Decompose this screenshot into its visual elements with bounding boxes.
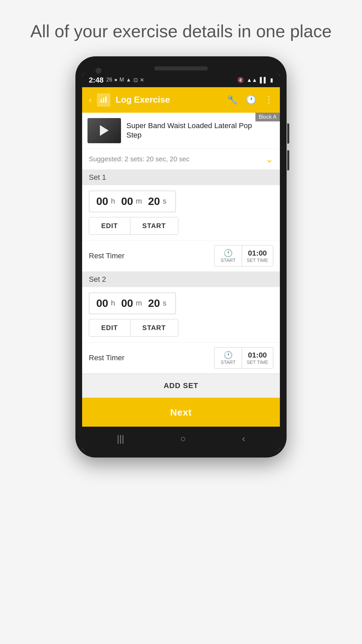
svg-rect-0	[101, 99, 102, 103]
set-1-seconds: 20	[147, 195, 162, 208]
rest-clock-icon-2: 🕐	[224, 351, 233, 360]
status-right-icons: 🔇 ▲▲ ▌▌ ▮	[237, 77, 273, 83]
set-2-seconds-unit: s	[163, 299, 167, 308]
nav-home-icon[interactable]: ○	[180, 433, 186, 444]
set-1-hours: 00	[95, 195, 110, 208]
wifi-icon: ▲▲	[247, 77, 257, 83]
set-1-minutes-unit: m	[136, 197, 142, 206]
play-icon	[100, 125, 109, 136]
set-1-edit-button[interactable]: EDIT	[89, 217, 130, 234]
set-1-header: Set 1	[82, 170, 280, 185]
set-2-hours-unit: h	[111, 299, 115, 308]
phone-side-btn-2	[287, 150, 289, 170]
rest-timer-1-label: Rest Timer	[89, 252, 214, 260]
set-1-hours-unit: h	[111, 197, 115, 206]
status-left: 2:48 26●M▲⊡✕	[89, 76, 144, 85]
mute-icon: 🔇	[237, 77, 244, 83]
set-1-minutes: 00	[120, 195, 134, 208]
set-2-start-button[interactable]: START	[130, 319, 178, 336]
expand-icon[interactable]: ⌄	[265, 154, 273, 165]
suggested-row: Suggested: 2 sets: 20 sec, 20 sec ⌄	[82, 149, 280, 170]
rest-set-label-2: SET TIME	[247, 360, 268, 365]
rest-clock-icon-1: 🕐	[224, 249, 233, 258]
rest-timer-1-start-btn[interactable]: 🕐 START	[215, 246, 242, 266]
rest-time-value-1: 01:00	[248, 249, 267, 258]
set-1-timer: 00 h 00 m 20 s	[89, 191, 176, 212]
toolbar-actions: 🔧 🕐 ⋮	[227, 95, 273, 105]
rest-start-label-2: START	[221, 360, 236, 365]
set-2-timer: 00 h 00 m 20 s	[89, 292, 176, 314]
rest-set-label-1: SET TIME	[247, 258, 268, 263]
set-2-header: Set 2	[82, 272, 280, 287]
rest-timer-1-controls: 🕐 START 01:00 SET TIME	[214, 245, 273, 267]
more-icon[interactable]: ⋮	[264, 95, 273, 105]
status-notification-icons: 26●M▲⊡✕	[106, 77, 144, 83]
status-time: 2:48	[89, 76, 104, 85]
history-icon[interactable]: 🕐	[246, 95, 256, 105]
set-2-content: 00 h 00 m 20 s EDIT START	[82, 287, 280, 342]
battery-icon: ▮	[270, 77, 273, 83]
toolbar-title: Log Exercise	[116, 95, 222, 105]
set-2-edit-button[interactable]: EDIT	[89, 319, 130, 336]
phone-screen: 2:48 26●M▲⊡✕ 🔇 ▲▲ ▌▌ ▮ ‹	[82, 73, 280, 451]
rest-timer-2-controls: 🕐 START 01:00 SET TIME	[214, 347, 273, 369]
app-toolbar: ‹ Log Exercise 🔧 🕐 ⋮	[82, 87, 280, 113]
exercise-card: Super Band Waist Loaded Lateral Pop Step…	[82, 113, 280, 149]
rest-timer-1-set-btn[interactable]: 01:00 SET TIME	[242, 246, 273, 266]
nav-bar: ||| ○ ‹	[82, 427, 280, 451]
rest-timer-2-start-btn[interactable]: 🕐 START	[215, 347, 242, 368]
bottom-bar: Next	[82, 398, 280, 427]
phone-side-btn-1	[287, 123, 289, 144]
set-2-seconds: 20	[147, 297, 162, 310]
next-button[interactable]: Next	[82, 398, 280, 427]
set-2-minutes-unit: m	[136, 299, 142, 308]
block-badge: Block A	[255, 113, 280, 121]
back-button[interactable]: ‹	[89, 95, 92, 105]
app-logo	[97, 93, 110, 107]
set-1-start-button[interactable]: START	[130, 217, 178, 234]
exercise-thumbnail[interactable]	[87, 118, 121, 143]
page-header: All of your exercise details in one plac…	[0, 0, 362, 56]
nav-recent-icon[interactable]: ‹	[242, 433, 245, 444]
status-bar: 2:48 26●M▲⊡✕ 🔇 ▲▲ ▌▌ ▮	[82, 73, 280, 87]
phone-wrapper: 2:48 26●M▲⊡✕ 🔇 ▲▲ ▌▌ ▮ ‹	[75, 56, 287, 458]
signal-icon: ▌▌	[260, 77, 267, 83]
rest-timer-2-label: Rest Timer	[89, 354, 214, 362]
phone-speaker	[154, 66, 208, 70]
exercise-title: Super Band Waist Loaded Lateral Pop Step	[121, 121, 275, 140]
suggested-text: Suggested: 2 sets: 20 sec, 20 sec	[89, 155, 189, 163]
rest-timer-1: Rest Timer 🕐 START 01:00 SET TIME	[82, 240, 280, 272]
wrench-icon[interactable]: 🔧	[227, 95, 238, 105]
rest-timer-2: Rest Timer 🕐 START 01:00 SET TIME	[82, 342, 280, 374]
svg-rect-1	[103, 98, 104, 103]
svg-rect-2	[105, 97, 107, 103]
set-2-buttons: EDIT START	[89, 319, 178, 337]
add-set-button[interactable]: ADD SET	[82, 374, 280, 398]
set-1-buttons: EDIT START	[89, 217, 178, 235]
phone-notch-area	[82, 63, 280, 73]
set-1-content: 00 h 00 m 20 s EDIT START	[82, 185, 280, 240]
rest-time-value-2: 01:00	[248, 351, 267, 360]
rest-start-label-1: START	[221, 258, 236, 263]
set-2-minutes: 00	[120, 297, 134, 310]
nav-back-icon[interactable]: |||	[117, 433, 124, 444]
set-1-seconds-unit: s	[163, 197, 167, 206]
phone-camera	[96, 68, 102, 74]
set-2-hours: 00	[95, 297, 110, 310]
rest-timer-2-set-btn[interactable]: 01:00 SET TIME	[242, 347, 273, 368]
